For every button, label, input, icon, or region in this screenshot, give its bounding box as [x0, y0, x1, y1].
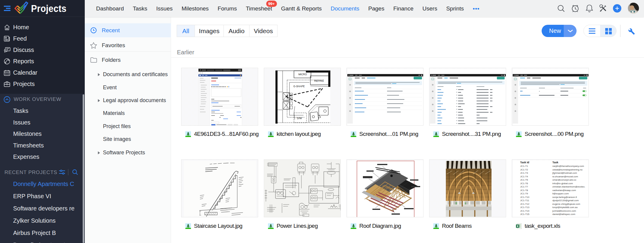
svg-text:tonyt@triple888.com.au: tonyt@triple888.com.au — [552, 206, 578, 209]
svg-text:REFRIG: REFRIG — [314, 79, 324, 82]
svg-text:Task: Task — [552, 161, 559, 164]
svg-text:JC1-T11: JC1-T11 — [520, 199, 529, 202]
svg-text:li@suppex.com: li@suppex.com — [552, 192, 569, 195]
svg-text:JC1-T13: JC1-T13 — [520, 206, 529, 209]
svg-text:omar@concept-adv.co: omar@concept-adv.co — [552, 179, 577, 181]
svg-text:JC1-T6: JC1-T6 — [520, 182, 528, 185]
svg-text:JC1-T7: JC1-T7 — [520, 185, 528, 188]
svg-text:JC1-T15: JC1-T15 — [520, 213, 529, 216]
svg-text:junhai@koreconx.com: junhai@koreconx.com — [552, 210, 576, 212]
svg-text:jfgrimard@hotmail.com: jfgrimard@hotmail.com — [552, 172, 577, 174]
svg-text:JC1-T12: JC1-T12 — [520, 203, 529, 205]
svg-text:utstal@kunnskapstrening.no: utstal@kunnskapstrening.no — [552, 168, 583, 171]
svg-text:G-SHAPE: G-SHAPE — [293, 85, 305, 88]
svg-text:w.uhuanan@mozat.com: w.uhuanan@mozat.com — [552, 175, 578, 178]
svg-text:JC1-T3: JC1-T3 — [520, 172, 528, 174]
svg-text:sonja.farling@ranson.fi: sonja.farling@ranson.fi — [552, 196, 577, 199]
svg-text:djodjo02130@gmail.com: djodjo02130@gmail.com — [552, 199, 579, 202]
svg-text:ranjith@thenathcompany.com: ranjith@thenathcompany.com — [552, 165, 584, 167]
svg-text:JC1-T4: JC1-T4 — [520, 175, 528, 178]
svg-text:vadivelan@leaap.com: vadivelan@leaap.com — [552, 189, 576, 192]
svg-text:JC1-T2: JC1-T2 — [520, 168, 528, 171]
svg-text:tompkins@montelpease.com: tompkins@montelpease.com — [552, 216, 583, 218]
svg-text:JC1-T14: JC1-T14 — [520, 210, 529, 212]
svg-text:JC1-T10: JC1-T10 — [520, 196, 529, 199]
svg-text:christian.blankenhorn@evoleo.: christian.blankenhorn@evoleo. — [552, 185, 585, 188]
svg-text:JC1-T5: JC1-T5 — [520, 179, 528, 181]
svg-text:JC1-T1: JC1-T1 — [520, 165, 528, 167]
svg-text:D/W: D/W — [297, 117, 302, 120]
svg-text:eugene.ching@qavar.com: eugene.ching@qavar.com — [552, 203, 580, 205]
svg-text:MICRO: MICRO — [298, 73, 307, 76]
svg-text:JC1-T16: JC1-T16 — [520, 216, 529, 218]
svg-text:JC1-T8: JC1-T8 — [520, 189, 528, 192]
svg-text:daniel@lathspec.com: daniel@lathspec.com — [552, 213, 575, 216]
svg-text:JC1-T9: JC1-T9 — [520, 192, 528, 195]
svg-text:info@io-global.com: info@io-global.com — [552, 182, 573, 185]
svg-text:Task Id: Task Id — [520, 161, 529, 164]
